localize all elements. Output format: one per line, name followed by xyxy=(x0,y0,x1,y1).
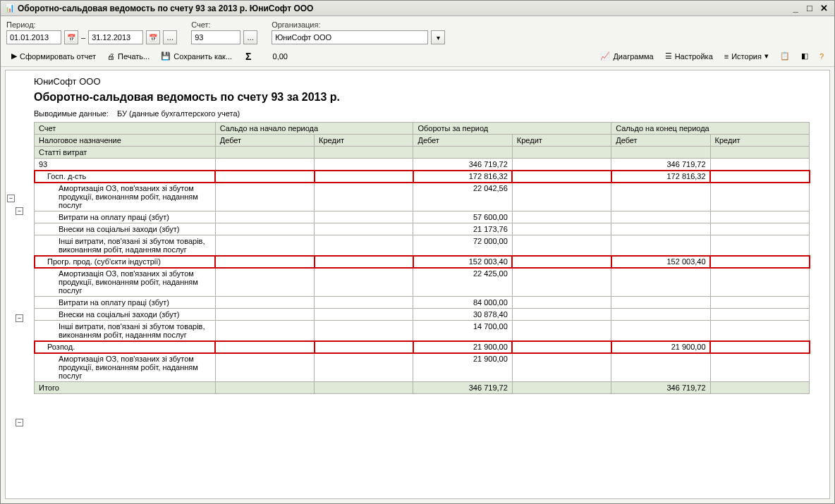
row-value xyxy=(611,309,710,321)
table-row[interactable]: Інші витрати, пов'язані зі збутом товарі… xyxy=(35,235,810,256)
row-name: Амортизація ОЗ, пов'язаних зі збутом про… xyxy=(35,353,216,382)
date-separator: – xyxy=(81,33,85,42)
report-title: Оборотно-сальдовая ведомость по счету 93… xyxy=(34,88,829,108)
row-value: 21 900,00 xyxy=(413,341,512,353)
row-value xyxy=(315,171,413,183)
tool-icon-1[interactable]: 📋 xyxy=(775,49,795,63)
row-value xyxy=(215,341,314,353)
row-value xyxy=(710,235,809,256)
row-value: 21 173,76 xyxy=(413,223,512,235)
table-row[interactable]: Внески на соціальні заходи (збут)30 878,… xyxy=(35,309,810,321)
row-name: Витрати на оплату праці (збут) xyxy=(35,211,216,223)
form-report-button[interactable]: ▶ Сформировать отчет xyxy=(6,49,101,63)
row-value: 152 003,40 xyxy=(611,256,710,268)
date-to-picker-button[interactable]: 📅 xyxy=(146,30,160,44)
table-row[interactable]: Амортизація ОЗ, пов'язаних зі збутом про… xyxy=(35,183,810,211)
tool-icon-2[interactable]: ◧ xyxy=(796,49,813,63)
row-value xyxy=(611,321,710,341)
table-row[interactable]: Витрати на оплату праці (збут)57 600,00 xyxy=(35,211,810,223)
row-value xyxy=(611,223,710,235)
save-as-button[interactable]: 💾 Сохранить как... xyxy=(156,49,237,63)
outline-toggle[interactable]: − xyxy=(7,195,15,202)
org-input[interactable]: ЮниСофт ООО xyxy=(272,30,428,44)
account-input[interactable]: 93 xyxy=(191,30,240,44)
date-to-input[interactable]: 31.12.2013 xyxy=(88,30,143,44)
table-row[interactable]: Прогр. прод. (суб'єкти індустрії)152 003… xyxy=(35,256,810,268)
table-row[interactable]: Розпод.21 900,0021 900,00 xyxy=(35,341,810,353)
row-value xyxy=(215,171,314,183)
report-table: Счет Сальдо на начало периода Обороты за… xyxy=(34,122,810,394)
print-button[interactable]: 🖨 Печать... xyxy=(102,49,154,63)
row-value xyxy=(710,211,809,223)
row-value xyxy=(315,321,413,341)
row-value xyxy=(710,171,809,183)
report-org: ЮниСофт ООО xyxy=(34,75,829,88)
account-more-button[interactable]: … xyxy=(243,30,257,44)
col-end-credit: Кредит xyxy=(710,135,809,147)
table-row[interactable]: Амортизація ОЗ, пов'язаних зі збутом про… xyxy=(35,353,810,382)
row-value xyxy=(215,235,314,256)
table-row[interactable]: Госп. д-сть172 816,32172 816,32 xyxy=(35,171,810,183)
row-value xyxy=(512,268,611,297)
table-row[interactable]: Внески на соціальні заходи (збут)21 173,… xyxy=(35,223,810,235)
row-value: 152 003,40 xyxy=(413,256,512,268)
row-value xyxy=(611,183,710,211)
row-value: 14 700,00 xyxy=(413,321,512,341)
table-row[interactable]: Інші витрати, пов'язані зі збутом товарі… xyxy=(35,321,810,341)
row-value xyxy=(512,223,611,235)
row-value: 21 900,00 xyxy=(413,353,512,382)
table-row[interactable]: 93346 719,72346 719,72 xyxy=(35,159,810,171)
row-value xyxy=(512,171,611,183)
maximize-button[interactable]: □ xyxy=(803,3,816,14)
close-button[interactable]: ✕ xyxy=(817,3,830,14)
row-value xyxy=(315,309,413,321)
row-name: Амортизація ОЗ, пов'язаних зі збутом про… xyxy=(35,268,216,297)
row-value xyxy=(215,211,314,223)
diagram-button[interactable]: 📈 Диаграмма xyxy=(595,49,658,63)
org-dropdown-button[interactable]: ▾ xyxy=(431,30,445,44)
row-value xyxy=(215,223,314,235)
row-value xyxy=(710,321,809,341)
row-name: Прогр. прод. (суб'єкти індустрії) xyxy=(35,256,216,268)
col-cost: Статті витрат xyxy=(35,147,216,159)
row-value xyxy=(611,268,710,297)
outline-toggle[interactable]: − xyxy=(16,314,23,322)
row-value xyxy=(215,353,314,382)
toolbar: ▶ Сформировать отчет 🖨 Печать... 💾 Сохра… xyxy=(1,46,834,67)
row-value xyxy=(215,268,314,297)
history-button[interactable]: ≡ История ▾ xyxy=(719,49,774,63)
date-from-input[interactable]: 01.01.2013 xyxy=(6,30,61,44)
row-value xyxy=(512,183,611,211)
window-title: Оборотно-сальдовая ведомость по счету 93… xyxy=(18,4,788,13)
col-tax: Налоговое назначение xyxy=(35,135,216,147)
row-value xyxy=(710,183,809,211)
table-row[interactable]: Витрати на оплату праці (збут)84 000,00 xyxy=(35,297,810,309)
row-value xyxy=(315,256,413,268)
outline-toggle[interactable]: − xyxy=(16,419,23,426)
settings-button[interactable]: ☰ Настройка xyxy=(660,49,718,63)
date-from-picker-button[interactable]: 📅 xyxy=(64,30,78,44)
outline-toggle[interactable]: − xyxy=(16,207,23,215)
row-value xyxy=(512,235,611,256)
row-value xyxy=(512,341,611,353)
filter-bar: Период: 01.01.2013 📅 – 31.12.2013 📅 … Сч… xyxy=(1,16,834,46)
account-label: Счет: xyxy=(191,20,257,29)
help-button[interactable]: ? xyxy=(815,49,829,63)
row-value xyxy=(710,297,809,309)
minimize-button[interactable]: _ xyxy=(789,3,802,14)
row-value xyxy=(512,297,611,309)
row-name: Госп. д-сть xyxy=(35,171,216,183)
period-more-button[interactable]: … xyxy=(163,30,177,44)
output-data-line: Выводимые данные: БУ (данные бухгалтерск… xyxy=(34,108,829,122)
row-value xyxy=(611,353,710,382)
row-value: 346 719,72 xyxy=(611,159,710,171)
report-area[interactable]: − − − − ЮниСофт ООО Оборотно-сальдовая в… xyxy=(5,70,830,499)
col-turn: Обороты за период xyxy=(413,123,611,135)
row-value xyxy=(315,268,413,297)
row-value: 346 719,72 xyxy=(413,159,512,171)
row-value xyxy=(512,256,611,268)
row-value xyxy=(512,321,611,341)
table-row[interactable]: Амортизація ОЗ, пов'язаних зі збутом про… xyxy=(35,268,810,297)
row-value xyxy=(710,268,809,297)
col-account: Счет xyxy=(35,123,216,135)
